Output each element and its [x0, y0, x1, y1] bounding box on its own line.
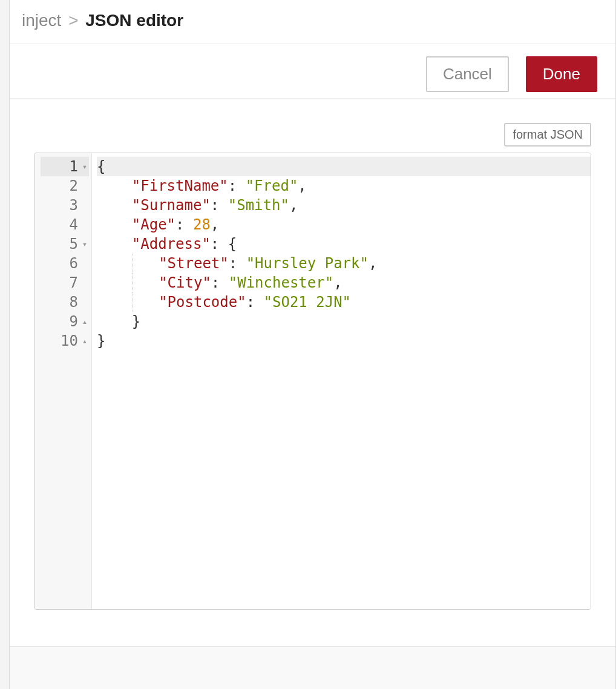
panel-footer — [10, 646, 615, 689]
gutter-line: 2 — [41, 176, 89, 196]
line-number: 2 — [57, 176, 78, 196]
gutter-line: 6 — [41, 254, 89, 273]
format-json-button[interactable]: format JSON — [504, 123, 591, 147]
breadcrumb-separator: > — [66, 11, 80, 30]
code-line[interactable]: } — [97, 331, 591, 351]
code-line[interactable]: "Address": { — [97, 234, 591, 254]
line-number: 1 — [57, 157, 78, 176]
fold-expand-icon[interactable]: ▴ — [80, 312, 89, 331]
gutter-line: 10▴ — [41, 331, 89, 351]
code-line[interactable]: "Postcode": "SO21 2JN" — [97, 292, 591, 312]
done-button[interactable]: Done — [526, 56, 597, 92]
gutter-line: 3 — [41, 196, 89, 215]
cancel-button[interactable]: Cancel — [426, 56, 509, 92]
line-number: 9 — [57, 312, 78, 331]
gutter-line: 4 — [41, 215, 89, 234]
line-number: 4 — [57, 215, 78, 234]
line-number: 8 — [57, 292, 78, 312]
code-line[interactable]: } — [97, 312, 591, 331]
line-number: 3 — [57, 196, 78, 215]
code-content[interactable]: { "FirstName": "Fred", "Surname": "Smith… — [92, 153, 591, 609]
code-editor[interactable]: 1▾2345▾6789▴10▴ { "FirstName": "Fred", "… — [34, 153, 591, 610]
gutter-line: 9▴ — [41, 312, 89, 331]
editor-area: format JSON 1▾2345▾6789▴10▴ { "FirstName… — [10, 99, 615, 646]
line-number: 5 — [57, 234, 78, 254]
line-number: 6 — [57, 254, 78, 273]
gutter-line: 7 — [41, 273, 89, 292]
gutter-line: 5▾ — [41, 234, 89, 254]
json-editor-panel: inject > JSON editor Cancel Done format … — [9, 0, 616, 689]
gutter-line: 8 — [41, 292, 89, 312]
code-line[interactable]: "Surname": "Smith", — [97, 196, 591, 215]
breadcrumb-parent[interactable]: inject — [22, 11, 61, 30]
breadcrumb: inject > JSON editor — [10, 0, 615, 44]
code-line[interactable]: { — [97, 157, 591, 176]
code-line[interactable]: "City": "Winchester", — [97, 273, 591, 292]
line-number: 10 — [57, 331, 78, 351]
fold-collapse-icon[interactable]: ▾ — [80, 157, 89, 176]
gutter-line: 1▾ — [41, 157, 89, 176]
code-line[interactable]: "FirstName": "Fred", — [97, 176, 591, 196]
line-gutter: 1▾2345▾6789▴10▴ — [34, 153, 92, 609]
page-title: JSON editor — [85, 11, 183, 30]
line-number: 7 — [57, 273, 78, 292]
toolbar: Cancel Done — [10, 44, 615, 99]
code-line[interactable]: "Street": "Hursley Park", — [97, 254, 591, 273]
fold-expand-icon[interactable]: ▴ — [80, 331, 89, 351]
code-line[interactable]: "Age": 28, — [97, 215, 591, 234]
fold-collapse-icon[interactable]: ▾ — [80, 234, 89, 254]
